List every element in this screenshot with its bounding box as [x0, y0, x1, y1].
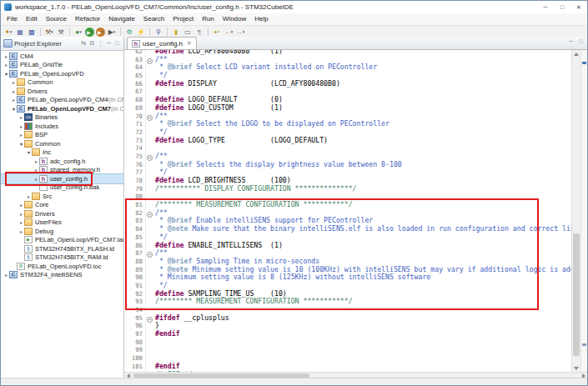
menu-search[interactable]: Search: [139, 13, 168, 25]
code-line-71[interactable]: 71 * @brief Select the LOGO to be displa…: [124, 120, 571, 128]
code-line-62[interactable]: 62#define LCD_AFY800480B0 (1): [124, 50, 571, 56]
tree-item-userfiles[interactable]: ▸UserFiles: [1, 218, 123, 228]
collapsed-arrow-icon[interactable]: ▸: [18, 123, 24, 129]
collapsed-arrow-icon[interactable]: ▸: [11, 88, 17, 94]
collapsed-arrow-icon[interactable]: ▸: [18, 211, 24, 217]
code-line-85[interactable]: 85 */: [124, 233, 571, 242]
code-line-98[interactable]: 98: [124, 338, 571, 347]
menu-window[interactable]: Window: [219, 13, 250, 25]
tree-item-debug[interactable]: ▸Debug: [1, 227, 123, 236]
code-line-92[interactable]: 92#define SAMPLING_TIME_US (10): [124, 290, 571, 298]
save-icon[interactable]: ▦: [15, 27, 25, 37]
tree-item-binaries[interactable]: ▸Binaries: [1, 113, 123, 123]
code-line-87[interactable]: 87/**: [124, 249, 571, 258]
code-line-91[interactable]: 91 */: [124, 282, 571, 290]
minimize-button[interactable]: ─: [537, 1, 554, 13]
tree-item-drivers[interactable]: ▸Drivers: [1, 87, 123, 96]
expanded-arrow-icon[interactable]: ▾: [3, 71, 9, 77]
last-edit-location-icon[interactable]: ↩: [212, 27, 222, 37]
tree-item-common[interactable]: ▸Common: [1, 78, 123, 88]
minimize-editor-icon[interactable]: ─: [567, 38, 575, 44]
collapsed-arrow-icon[interactable]: ▸: [11, 97, 17, 103]
tab-close-icon[interactable]: ✕: [187, 40, 192, 47]
fold-collapse-icon[interactable]: [145, 113, 153, 121]
collapsed-arrow-icon[interactable]: ▸: [3, 62, 9, 68]
menu-source[interactable]: Source: [42, 13, 71, 25]
code-line-80[interactable]: 80: [124, 193, 571, 201]
search-icon[interactable]: ⚲: [153, 27, 163, 37]
menu-refactor[interactable]: Refactor: [71, 13, 104, 25]
tree-item-pelab-openloopvfd-cm7-launch[interactable]: PELab_OpenLoopVFD_CM7.launch: [1, 236, 123, 245]
code-line-72[interactable]: 72 */: [124, 128, 571, 137]
code-line-73[interactable]: 73#define LOGO_TYPE (LOGO_DEFAULT): [124, 137, 571, 145]
tree-item-src[interactable]: ▸Src: [1, 192, 123, 201]
tree-item-user-config-h-bak[interactable]: user_config.h.bak: [1, 183, 123, 193]
collapsed-arrow-icon[interactable]: ▸: [11, 79, 17, 85]
code-line-82[interactable]: 82/**: [124, 209, 571, 218]
tree-item-includes[interactable]: ▸Includes: [1, 122, 123, 131]
maximize-editor-icon[interactable]: □: [577, 38, 585, 44]
collapsed-arrow-icon[interactable]: ▸: [33, 176, 39, 182]
fold-collapse-icon[interactable]: [145, 56, 153, 64]
run-icon[interactable]: ▶▾: [85, 28, 94, 37]
code-line-65[interactable]: 65 */: [124, 72, 571, 80]
code-line-96[interactable]: 96}: [124, 322, 571, 330]
code-line-77[interactable]: 77 */: [124, 168, 571, 177]
tree-item-pelab-gridtie[interactable]: ▸PELab_GridTie: [1, 61, 123, 70]
profile-icon[interactable]: ▶▾: [96, 28, 105, 37]
menu-navigate[interactable]: Navigate: [104, 13, 139, 25]
toggle-block-selection-icon[interactable]: ▭: [183, 27, 193, 37]
show-whitespace-icon[interactable]: ¶: [194, 27, 204, 37]
code-line-94[interactable]: 94: [124, 306, 571, 314]
tree-item-stm32h745bitx-ram-ld[interactable]: STM32H745BITX_RAM.ld: [1, 253, 123, 263]
overview-annotation-mark[interactable]: [582, 62, 586, 64]
expanded-arrow-icon[interactable]: ▾: [11, 106, 17, 112]
code-line-83[interactable]: 83 * @brief Enable intelliSENS support f…: [124, 217, 571, 225]
code-line-84[interactable]: 84 * @note Make sure that the binary int…: [124, 225, 571, 233]
scroll-up-arrow[interactable]: [572, 50, 580, 58]
code-line-97[interactable]: 97#endif: [124, 330, 571, 338]
code-line-88[interactable]: 88 * @brief Sampling Time in micro-secon…: [124, 258, 571, 266]
forward-icon[interactable]: →▾: [235, 27, 245, 37]
vertical-scrollbar-thumb[interactable]: [573, 233, 580, 356]
device-configuration-icon[interactable]: ⚙: [124, 27, 134, 37]
maximize-button[interactable]: □: [554, 1, 570, 13]
tree-item-stm32h745bitx-flash-ld[interactable]: STM32H745BITX_FLASH.ld: [1, 244, 123, 253]
tree-item-bsp[interactable]: ▸BSP: [1, 131, 123, 140]
code-line-89[interactable]: 89 * @note Minimum setting value is 10 (…: [124, 266, 571, 274]
collapsed-arrow-icon[interactable]: ▸: [18, 132, 24, 138]
code-line-86[interactable]: 86#define ENABLE_INTELLISENS (1): [124, 242, 571, 250]
collapsed-arrow-icon[interactable]: ▸: [18, 114, 24, 120]
code-line-90[interactable]: 90 * Minimum setting value is 8 (125KHz)…: [124, 273, 571, 282]
maximize-view-icon[interactable]: □: [113, 40, 121, 47]
code-line-69[interactable]: 69#define LOGO_CUSTOM (1): [124, 104, 571, 113]
back-icon[interactable]: ←▾: [224, 27, 234, 37]
collapsed-arrow-icon[interactable]: ▸: [18, 202, 24, 208]
code-line-74[interactable]: 74: [124, 144, 571, 153]
tree-item-pelab-openloopvfd-cm4[interactable]: ▸PELab_OpenLoopVFD_CM4 (in CM4): [1, 96, 123, 105]
expanded-arrow-icon[interactable]: ▾: [26, 149, 32, 155]
build-icon[interactable]: ⚒▾: [44, 27, 54, 37]
tree-item-pelab-openloopvfd-ioc[interactable]: PELab_OpenLoopVFD.ioc: [1, 262, 123, 271]
code-line-99[interactable]: 99: [124, 346, 571, 354]
menu-run[interactable]: Run: [198, 13, 219, 25]
menu-help[interactable]: Help: [250, 13, 272, 25]
new-wizard-icon[interactable]: ✦▾: [3, 27, 13, 37]
code-line-67[interactable]: 67: [124, 88, 571, 96]
code-line-78[interactable]: 78#define LCD_BRIGHTNESS (100): [124, 177, 571, 185]
code-line-63[interactable]: 63/**: [124, 56, 571, 64]
tree-item-core[interactable]: ▸Core: [1, 201, 123, 210]
close-button[interactable]: ✕: [570, 1, 587, 13]
code-area[interactable]: 62#define LCD_AFY800480B0 (1)63/**64 * @…: [124, 50, 571, 372]
collapsed-arrow-icon[interactable]: ▸: [18, 228, 24, 234]
build-all-icon[interactable]: ⚒: [56, 27, 66, 37]
tree-item-common[interactable]: ▾Common: [1, 139, 123, 148]
flash-programmer-icon[interactable]: ⚡: [136, 27, 146, 37]
tree-item-shared-memory-h[interactable]: ▸shared_memory.h: [1, 166, 123, 175]
tree-item-stm32f4-intellisens[interactable]: ▸STM32F4_intelliSENS: [1, 271, 123, 280]
expanded-arrow-icon[interactable]: ▾: [18, 141, 24, 147]
tree-item-inc[interactable]: ▾Inc: [1, 148, 123, 158]
overview-annotation-mark[interactable]: [582, 343, 586, 346]
tree-item-user-config-h[interactable]: ▸user_config.h: [1, 174, 123, 183]
tree-item-pelab-openloopvfd-cm7[interactable]: ▾PELab_OpenLoopVFD_CM7 (in CM7): [1, 104, 123, 113]
